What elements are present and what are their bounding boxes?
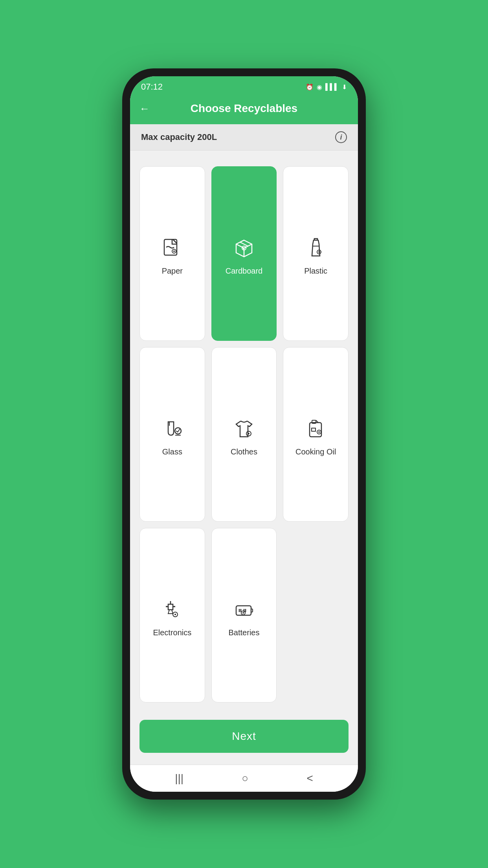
grid-item-paper[interactable]: Paper <box>139 166 205 341</box>
download-icon: ⬇ <box>342 83 347 91</box>
cardboard-label: Cardboard <box>226 267 263 276</box>
svg-rect-11 <box>251 609 253 612</box>
paper-label: Paper <box>162 267 183 276</box>
info-icon: i <box>340 133 342 142</box>
clothes-icon <box>230 415 258 443</box>
bottom-area: Next <box>130 712 358 765</box>
glass-icon <box>158 415 186 443</box>
cardboard-icon <box>230 234 258 262</box>
top-bar: ← Choose Recyclables <box>130 95 358 124</box>
back-button[interactable]: ← <box>139 103 150 115</box>
nav-bar: ||| ○ < <box>130 765 358 792</box>
grid-item-electronics[interactable]: Electronics <box>139 528 205 702</box>
grid-item-batteries[interactable]: Batteries <box>211 528 277 702</box>
grid-item-plastic[interactable]: Plastic <box>283 166 349 341</box>
signal-icon: ▌▌▌ <box>325 83 339 90</box>
status-time: 07:12 <box>141 82 163 92</box>
info-button[interactable]: i <box>335 131 347 143</box>
electronics-label: Electronics <box>153 628 191 637</box>
capacity-bar: Max capacity 200L i <box>130 124 358 151</box>
paper-icon <box>158 234 186 262</box>
nav-home-icon[interactable]: ○ <box>242 772 248 785</box>
clothes-label: Clothes <box>231 447 257 456</box>
recyclables-grid: Paper Cardboard <box>139 166 349 702</box>
cooking-oil-label: Cooking Oil <box>295 447 336 456</box>
status-icons: ⏰ ◉ ▌▌▌ ⬇ <box>306 83 347 91</box>
alarm-icon: ⏰ <box>306 83 314 91</box>
glass-label: Glass <box>162 447 182 456</box>
grid-item-glass[interactable]: Glass <box>139 347 205 522</box>
plastic-label: Plastic <box>304 267 327 276</box>
phone-screen: 07:12 ⏰ ◉ ▌▌▌ ⬇ ← Choose Recyclables Max… <box>130 76 358 792</box>
grid-item-clothes[interactable]: Clothes <box>211 347 277 522</box>
next-button[interactable]: Next <box>139 720 349 753</box>
grid-item-cooking-oil[interactable]: Cooking Oil <box>283 347 349 522</box>
nav-back-icon[interactable]: < <box>306 772 313 785</box>
plastic-icon <box>302 234 330 262</box>
cooking-oil-icon <box>302 415 330 443</box>
nav-menu-icon[interactable]: ||| <box>175 772 183 785</box>
svg-point-4 <box>175 428 181 434</box>
batteries-icon <box>230 596 258 623</box>
wifi-icon: ◉ <box>317 83 322 91</box>
batteries-label: Batteries <box>229 628 260 637</box>
status-bar: 07:12 ⏰ ◉ ▌▌▌ ⬇ <box>130 76 358 95</box>
electronics-icon <box>158 596 186 623</box>
phone-container: 07:12 ⏰ ◉ ▌▌▌ ⬇ ← Choose Recyclables Max… <box>122 68 366 800</box>
main-content: Paper Cardboard <box>130 151 358 712</box>
capacity-text: Max capacity 200L <box>141 132 217 142</box>
page-title: Choose Recyclables <box>191 102 297 115</box>
grid-item-cardboard[interactable]: Cardboard <box>211 166 277 341</box>
